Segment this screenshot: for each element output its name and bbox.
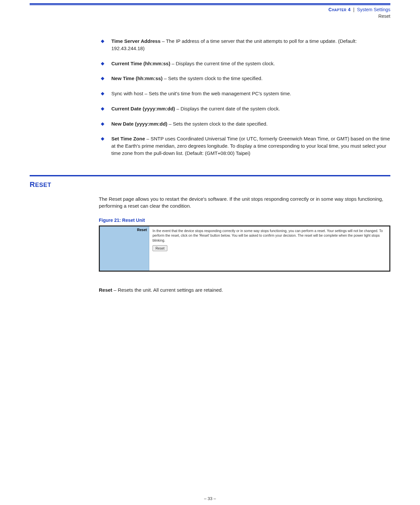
list-item: Time Server Address – The IP address of …	[99, 38, 390, 52]
list-item: Current Time (hh:mm:ss) – Displays the c…	[99, 60, 390, 67]
page-header: Chapter 4 | System Settings Reset	[30, 7, 390, 19]
list-item: New Time (hh:mm:ss) – Sets the system cl…	[99, 75, 390, 82]
header-rule-thick	[30, 3, 390, 5]
reset-button[interactable]: Reset	[153, 245, 167, 251]
chapter-line: Chapter 4 | System Settings	[30, 7, 390, 13]
pipe-separator: |	[353, 7, 354, 12]
term: Current Date (yyyy:mm:dd)	[111, 106, 175, 111]
desc: – Displays the current time of the syste…	[170, 61, 275, 66]
post-figure-text: Reset – Resets the unit. All current set…	[99, 286, 390, 294]
figure-box: Reset In the event that the device stops…	[99, 225, 390, 272]
main-content: Time Server Address – The IP address of …	[99, 38, 390, 157]
desc: – SNTP uses Coordinated Universal Time (…	[111, 136, 390, 156]
heading-initial: R	[30, 180, 35, 189]
page-number: – 33 –	[0, 496, 420, 501]
desc: – Sets the system clock to the date spec…	[167, 121, 267, 127]
list-item: Sync with host – Sets the unit's time fr…	[99, 90, 390, 97]
heading-rest: ESET	[35, 182, 51, 188]
term: Set Time Zone	[111, 136, 145, 141]
figure-main: In the event that the device stops respo…	[149, 226, 389, 271]
section-intro: The Reset page allows you to restart the…	[99, 195, 390, 210]
chapter-label: Chapter 4	[328, 7, 350, 12]
term: New Date (yyyy:mm:dd)	[111, 121, 167, 127]
figure-caption: Figure 21: Reset Unit	[99, 218, 390, 223]
section-heading: RESET	[30, 180, 420, 189]
list-item: Current Date (yyyy:mm:dd) – Displays the…	[99, 105, 390, 112]
chapter-title: System Settings	[357, 7, 390, 12]
figure-text: In the event that the device stops respo…	[153, 228, 386, 243]
post-desc: – Resets the unit. All current settings …	[112, 287, 223, 293]
desc: – Sets the system clock to the time spec…	[163, 75, 263, 81]
term: Time Server Address	[111, 38, 160, 44]
figure-sidebar: Reset	[100, 226, 149, 271]
term: Current Time (hh:mm:ss)	[111, 61, 170, 66]
header-rule-thin	[30, 5, 390, 5]
list-item: New Date (yyyy:mm:dd) – Sets the system …	[99, 120, 390, 128]
chapter-section: Reset	[30, 13, 390, 20]
term: New Time (hh:mm:ss)	[111, 75, 163, 81]
section-rule	[30, 175, 390, 176]
bullet-list: Time Server Address – The IP address of …	[99, 38, 390, 157]
list-item: Set Time Zone – SNTP uses Coordinated Un…	[99, 135, 390, 157]
desc: Sync with host – Sets the unit's time fr…	[111, 91, 291, 96]
post-term: Reset	[99, 287, 112, 293]
desc: – Displays the current date of the syste…	[175, 106, 280, 111]
